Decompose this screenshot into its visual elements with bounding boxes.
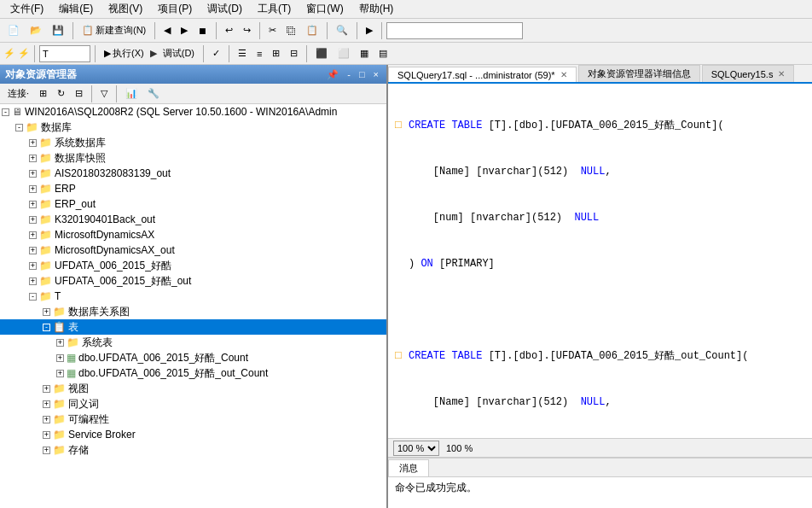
tree-node-t-table2[interactable]: + ▦ dbo.UFDATA_006_2015_好酷_out_Count: [0, 365, 386, 381]
toolbar-paste[interactable]: 📋: [302, 21, 322, 40]
t-sb-expand[interactable]: +: [43, 431, 50, 439]
explorer-max-btn[interactable]: □: [357, 68, 368, 80]
toolbar-new-file[interactable]: 📄: [3, 21, 24, 40]
explorer-tb2[interactable]: ↻: [53, 85, 69, 103]
menu-debug[interactable]: 调试(D): [200, 0, 249, 18]
tab-sql2-close-icon[interactable]: ✕: [778, 69, 785, 79]
tree-node-msdax[interactable]: + 📁 MicrosoftDynamicsAX: [0, 227, 386, 242]
zoom-select[interactable]: 100 %: [393, 441, 439, 456]
toolbar-btn-b[interactable]: ▶: [177, 21, 192, 40]
tree-node-t-views[interactable]: + 📁 视图: [0, 381, 386, 396]
tree-node-t-synonyms[interactable]: + 📁 同义词: [0, 396, 386, 412]
k320-expand[interactable]: +: [29, 216, 37, 224]
explorer-filter-btn[interactable]: ▽: [96, 85, 112, 103]
tree-node-system-dbs[interactable]: + 📁 系统数据库: [0, 135, 386, 150]
messages-tab[interactable]: 消息: [388, 459, 429, 476]
toolbar-parse[interactable]: ✓: [208, 44, 224, 63]
toolbar-new-query[interactable]: 📋 新建查询(N): [78, 21, 150, 40]
sql-editor[interactable]: □ CREATE TABLE [T].[dbo].[UFDATA_006_201…: [388, 84, 812, 438]
explorer-content[interactable]: - 🖥 WIN2016A\SQL2008R2 (SQL Server 10.50…: [0, 104, 386, 508]
tree-node-t-table1[interactable]: + ▦ dbo.UFDATA_006_2015_好酷_Count: [0, 350, 386, 365]
tree-node-msdax-out[interactable]: + 📁 MicrosoftDynamicsAX_out: [0, 242, 386, 258]
menu-edit[interactable]: 编辑(E): [52, 0, 100, 18]
explorer-report-btn[interactable]: 📊: [121, 85, 142, 103]
tab-explorer-details[interactable]: 对象资源管理器详细信息: [578, 65, 700, 82]
tab-sql-query2[interactable]: SQLQuery15.s ✕: [702, 65, 795, 82]
toolbar-misc4[interactable]: ⊟: [286, 44, 302, 63]
databases-expand[interactable]: -: [15, 124, 23, 131]
menu-view[interactable]: 视图(V): [102, 0, 149, 18]
menu-project[interactable]: 项目(P): [151, 0, 199, 18]
t-prog-expand[interactable]: +: [43, 416, 50, 423]
toolbar-cut[interactable]: ✂: [264, 21, 281, 40]
menu-help[interactable]: 帮助(H): [352, 0, 401, 18]
tree-node-t-service-broker[interactable]: + 📁 Service Broker: [0, 427, 386, 442]
t-table2-expand[interactable]: +: [56, 370, 64, 377]
toolbar-align4[interactable]: ▤: [374, 44, 392, 63]
t-db-expand[interactable]: -: [29, 293, 37, 301]
tree-node-erp[interactable]: + 📁 ERP: [0, 181, 386, 196]
debug-button[interactable]: 调试(D): [159, 44, 199, 63]
tree-node-t-db[interactable]: - 📁 T: [0, 289, 386, 304]
tree-node-ais[interactable]: + 📁 AIS20180328083139_out: [0, 166, 386, 181]
tree-node-ufdata1-out[interactable]: + 📁 UFDATA_006_2015_好酷_out: [0, 273, 386, 289]
tree-node-t-sys-tables[interactable]: + 📁 系统表: [0, 335, 386, 350]
toolbar-btn-a[interactable]: ◀: [160, 21, 175, 40]
erp-expand[interactable]: +: [29, 185, 37, 193]
toolbar-align1[interactable]: ⬛: [311, 44, 332, 63]
explorer-pin-btn[interactable]: 📌: [324, 68, 341, 81]
tree-node-t-programmability[interactable]: + 📁 可编程性: [0, 412, 386, 427]
toolbar-misc1[interactable]: ☰: [234, 44, 251, 63]
toolbar-undo[interactable]: ↩: [221, 21, 237, 40]
t-sys-tables-expand[interactable]: +: [56, 339, 64, 347]
tab-sql-close-icon[interactable]: ✕: [560, 70, 567, 79]
ais-expand[interactable]: +: [29, 170, 37, 178]
t-table1-expand[interactable]: +: [56, 354, 64, 362]
t-tables-expand[interactable]: -: [43, 324, 50, 331]
ufdata1-expand[interactable]: +: [29, 262, 37, 270]
toolbar-copy[interactable]: ⿻: [282, 21, 300, 40]
erp-out-expand[interactable]: +: [29, 201, 37, 208]
t-views-expand[interactable]: +: [43, 385, 50, 393]
toolbar-align2[interactable]: ⬜: [334, 44, 354, 63]
toolbar-misc3[interactable]: ⊞: [268, 44, 284, 63]
execute-button[interactable]: ▶ 执行(X): [100, 44, 148, 63]
t-storage-expand[interactable]: +: [43, 447, 50, 454]
explorer-tb3[interactable]: ⊟: [71, 85, 87, 103]
msdax-expand[interactable]: +: [29, 231, 37, 239]
explorer-connect-btn[interactable]: 连接·: [3, 85, 33, 103]
tree-node-k320[interactable]: + 📁 K320190401Back_out: [0, 212, 386, 227]
toolbar-open[interactable]: 📂: [26, 21, 46, 40]
ufdata1-out-expand[interactable]: +: [29, 277, 37, 285]
tree-node-db-snapshots[interactable]: + 📁 数据库快照: [0, 150, 386, 166]
server-expand[interactable]: -: [2, 108, 9, 116]
toolbar-misc2[interactable]: ≡: [252, 44, 266, 63]
db-selector-input[interactable]: [39, 45, 90, 62]
toolbar-redo[interactable]: ↪: [239, 21, 255, 40]
toolbar-run[interactable]: ▶: [362, 21, 377, 40]
search-input[interactable]: [386, 22, 523, 39]
menu-tools[interactable]: 工具(T): [251, 0, 298, 18]
explorer-min-btn[interactable]: -: [345, 68, 353, 80]
explorer-close-btn[interactable]: ×: [371, 68, 381, 80]
tab-sql-query[interactable]: SQLQuery17.sql - ...dministrator (59)* ✕: [388, 67, 577, 84]
tree-node-erp-out[interactable]: + 📁 ERP_out: [0, 196, 386, 212]
db-snapshots-expand[interactable]: +: [29, 155, 37, 162]
toolbar-save[interactable]: 💾: [48, 21, 68, 40]
tree-node-databases[interactable]: - 📁 数据库: [0, 120, 386, 135]
tree-node-t-diagrams[interactable]: + 📁 数据库关系图: [0, 304, 386, 319]
menu-window[interactable]: 窗口(W): [299, 0, 350, 18]
tree-node-t-storage[interactable]: + 📁 存储: [0, 442, 386, 458]
toolbar-btn-c[interactable]: ⏹: [194, 21, 212, 40]
explorer-tb1[interactable]: ⊞: [35, 85, 51, 103]
msdax-out-expand[interactable]: +: [29, 247, 37, 254]
toolbar-search[interactable]: 🔍: [332, 21, 352, 40]
tree-node-t-tables[interactable]: - 📋 表: [0, 319, 386, 335]
tree-node-server[interactable]: - 🖥 WIN2016A\SQL2008R2 (SQL Server 10.50…: [0, 104, 386, 120]
toolbar-align3[interactable]: ▦: [356, 44, 373, 63]
t-synonyms-expand[interactable]: +: [43, 400, 50, 408]
system-dbs-expand[interactable]: +: [29, 139, 37, 147]
tree-node-ufdata1[interactable]: + 📁 UFDATA_006_2015_好酷: [0, 258, 386, 273]
t-diagrams-expand[interactable]: +: [43, 308, 50, 316]
menu-file[interactable]: 文件(F): [3, 0, 50, 18]
